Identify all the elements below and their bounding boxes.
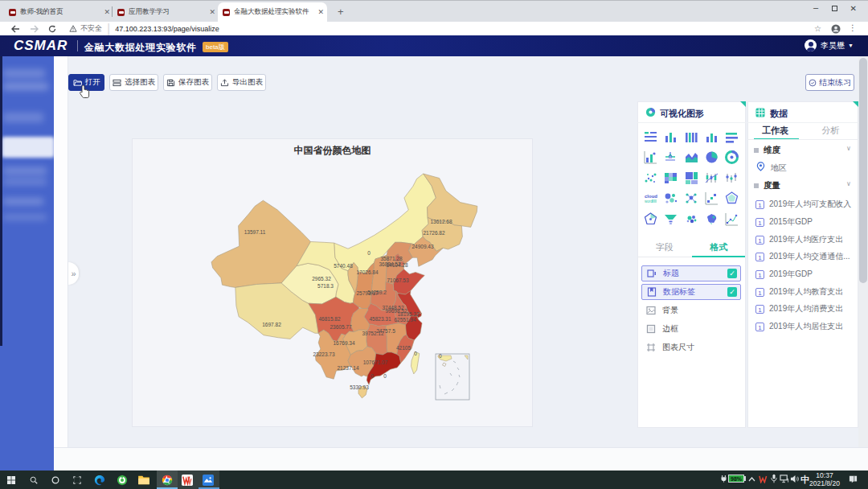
svg-text:16769.34: 16769.34	[333, 340, 354, 346]
svg-text:0: 0	[383, 373, 387, 379]
svg-text:21237.14: 21237.14	[337, 365, 358, 371]
svg-text:0: 0	[414, 351, 417, 356]
svg-text:24757.5: 24757.5	[376, 328, 395, 334]
svg-text:45823.31: 45823.31	[369, 316, 391, 322]
svg-text:107671.07: 107671.07	[363, 360, 388, 365]
svg-text:13612.68: 13612.68	[430, 219, 452, 224]
svg-text:1697.82: 1697.82	[262, 322, 281, 327]
svg-text:62551.94: 62551.94	[394, 317, 416, 323]
svg-text:23605.77: 23605.77	[330, 324, 351, 330]
svg-text:0: 0	[367, 250, 371, 256]
svg-text:5718.3: 5718.3	[317, 283, 334, 289]
svg-text:5740.48: 5740.48	[334, 263, 353, 269]
svg-text:13597.11: 13597.11	[244, 229, 266, 235]
svg-text:word: word	[645, 199, 653, 203]
svg-text:42105: 42105	[396, 345, 411, 351]
svg-text:0: 0	[439, 353, 442, 359]
svg-text:cloud: cloud	[645, 194, 657, 199]
svg-text:46815.82: 46815.82	[318, 316, 340, 322]
svg-text:2965.32: 2965.32	[312, 276, 331, 281]
svg-text:5330.93: 5330.93	[350, 384, 369, 390]
svg-text:23223.73: 23223.73	[313, 351, 334, 357]
svg-text:14104.28: 14104.28	[386, 262, 407, 268]
svg-text:21726.82: 21726.82	[423, 230, 444, 236]
svg-text:35871.28: 35871.28	[380, 256, 402, 261]
svg-text:17026.84: 17026.84	[356, 269, 378, 275]
svg-text:18195.32: 18195.32	[397, 311, 419, 317]
svg-text:25793.17: 25793.17	[356, 290, 378, 296]
svg-text:71067.53: 71067.53	[387, 277, 408, 283]
svg-text:0: 0	[371, 373, 374, 379]
svg-text:24909.43: 24909.43	[411, 244, 433, 249]
